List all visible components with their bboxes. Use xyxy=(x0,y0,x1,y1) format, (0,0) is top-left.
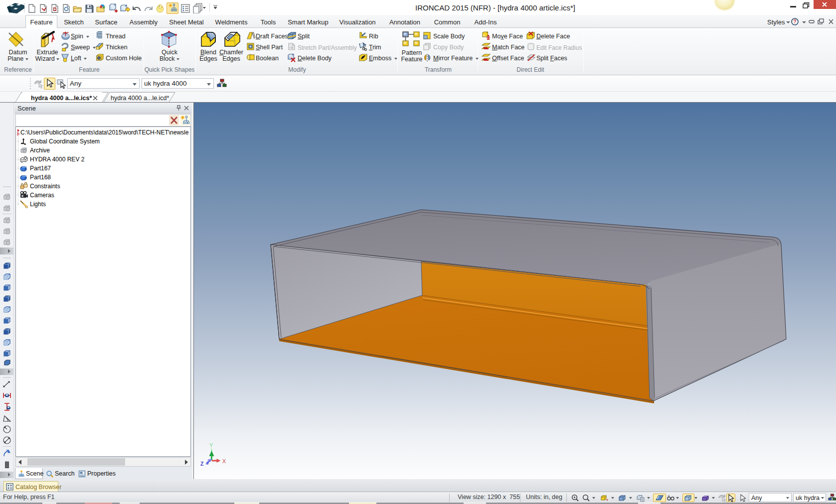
svg-text:?: ? xyxy=(793,19,796,24)
svg-text:Y: Y xyxy=(209,442,213,448)
svg-text:A: A xyxy=(7,450,10,454)
svg-text:X: X xyxy=(222,458,226,464)
svg-text:Z: Z xyxy=(200,461,204,467)
